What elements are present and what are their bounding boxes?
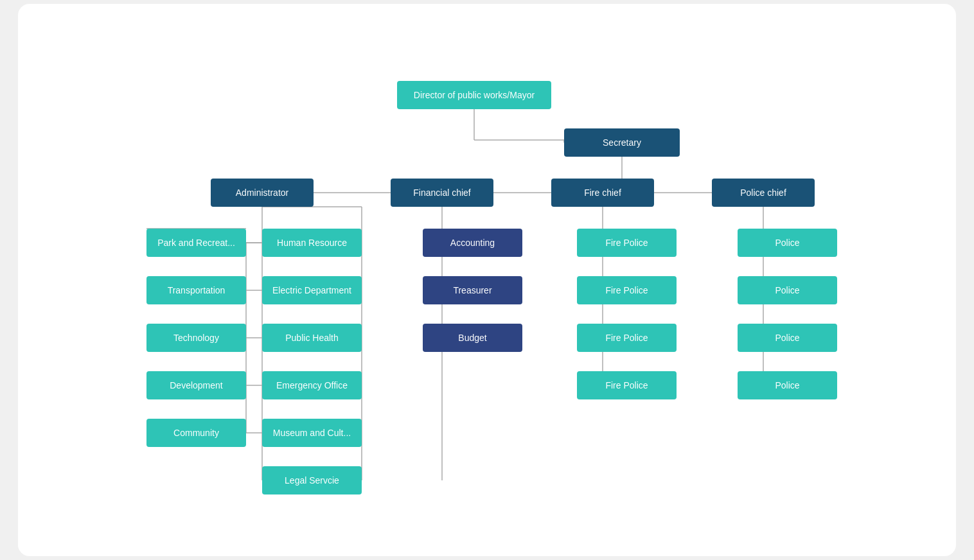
police4-node: Police <box>738 371 837 399</box>
treasurer-node: Treasurer <box>423 276 522 304</box>
fire3-node: Fire Police <box>577 324 677 352</box>
police2-node: Police <box>738 276 837 304</box>
development-node: Development <box>146 371 246 399</box>
director-node: Director of public works/Mayor <box>397 81 551 109</box>
org-chart: Director of public works/Mayor Secretary… <box>37 30 937 530</box>
technology-node: Technology <box>146 324 246 352</box>
police1-node: Police <box>738 229 837 257</box>
fire1-node: Fire Police <box>577 229 677 257</box>
budget-node: Budget <box>423 324 522 352</box>
secretary-node: Secretary <box>564 128 680 157</box>
park-node: Park and Recreat... <box>146 229 246 257</box>
fire4-node: Fire Police <box>577 371 677 399</box>
fire-chief-node: Fire chief <box>551 179 654 207</box>
emergency-office-node: Emergency Office <box>262 371 362 399</box>
administrator-node: Administrator <box>211 179 314 207</box>
police3-node: Police <box>738 324 837 352</box>
financial-chief-node: Financial chief <box>391 179 493 207</box>
legal-service-node: Legal Servcie <box>262 466 362 494</box>
museum-node: Museum and Cult... <box>262 419 362 447</box>
org-chart-card: Director of public works/Mayor Secretary… <box>18 4 956 556</box>
public-health-node: Public Health <box>262 324 362 352</box>
fire2-node: Fire Police <box>577 276 677 304</box>
human-resource-node: Human Resource <box>262 229 362 257</box>
community-node: Community <box>146 419 246 447</box>
police-chief-node: Police chief <box>712 179 815 207</box>
electric-dept-node: Electric Department <box>262 276 362 304</box>
accounting-node: Accounting <box>423 229 522 257</box>
transportation-node: Transportation <box>146 276 246 304</box>
